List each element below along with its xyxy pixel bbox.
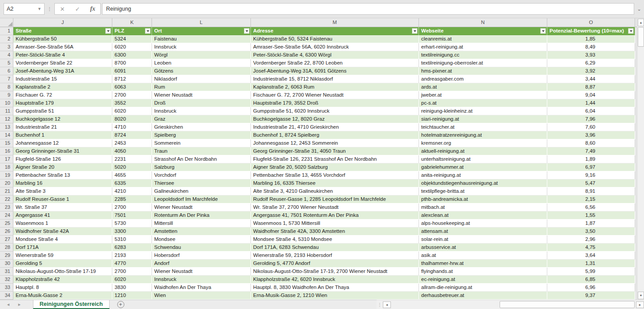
cell-M25[interactable]: Wasenmoos 1, 5730 Mittersill bbox=[251, 220, 419, 228]
cell-O23[interactable]: 6,56 bbox=[547, 203, 635, 211]
row-header-26[interactable]: 26 bbox=[0, 228, 13, 236]
cell-M13[interactable]: Industriestraße 21, 4710 Grieskirchen bbox=[251, 123, 419, 131]
cell-O31[interactable]: 5,99 bbox=[547, 268, 635, 276]
cell-J26[interactable]: Waidhofner Straße 42A bbox=[13, 228, 112, 236]
cell-L13[interactable]: Grieskirchen bbox=[152, 123, 251, 131]
row-header-21[interactable]: 21 bbox=[0, 187, 13, 195]
cell-M2[interactable]: Kühbergstraße 50, 5324 Faistenau bbox=[251, 35, 419, 43]
row-header-8[interactable]: 8 bbox=[0, 83, 13, 91]
cell-N24[interactable]: alexclean.at bbox=[419, 211, 547, 220]
cell-L4[interactable]: Wörgl bbox=[152, 51, 251, 59]
cell-N2[interactable]: cleanremis.at bbox=[419, 35, 547, 43]
column-header-M[interactable]: M bbox=[251, 18, 419, 27]
row-header-24[interactable]: 24 bbox=[0, 211, 13, 220]
cell-K5[interactable]: 8700 bbox=[112, 59, 152, 67]
cell-L25[interactable]: Mittersill bbox=[152, 220, 251, 228]
cell-O14[interactable]: 3,96 bbox=[547, 131, 635, 139]
scroll-up-icon[interactable]: ▲ bbox=[638, 19, 644, 26]
row-header-25[interactable]: 25 bbox=[0, 220, 13, 228]
cell-L29[interactable]: Hobersdorf bbox=[152, 252, 251, 260]
cell-K15[interactable]: 2453 bbox=[112, 139, 152, 147]
cell-O34[interactable]: 9,37 bbox=[547, 292, 635, 300]
cell-N13[interactable]: teichtaucher.at bbox=[419, 123, 547, 131]
row-header-16[interactable]: 16 bbox=[0, 147, 13, 155]
cell-N4[interactable]: textilreinigung.cc bbox=[419, 51, 547, 59]
cell-N5[interactable]: textilreinigung-oberrosler.at bbox=[419, 59, 547, 67]
row-header-18[interactable]: 18 bbox=[0, 163, 13, 171]
cell-O3[interactable]: 8,49 bbox=[547, 43, 635, 51]
cell-O29[interactable]: 3,64 bbox=[547, 252, 635, 260]
cell-N28[interactable]: arbusservice.at bbox=[419, 244, 547, 252]
cell-L3[interactable]: Innsbruck bbox=[152, 43, 251, 51]
cell-N32[interactable]: ec-reinigung.at bbox=[419, 276, 547, 284]
filter-button-strasse[interactable] bbox=[105, 28, 111, 34]
cell-L24[interactable]: Rotenturm An Der Pinka bbox=[152, 211, 251, 220]
cell-J2[interactable]: Kühbergstraße 50 bbox=[13, 35, 112, 43]
cell-K28[interactable]: 6283 bbox=[112, 244, 152, 252]
cell-J18[interactable]: Aigner Straße 20 bbox=[13, 163, 112, 171]
cell-L31[interactable]: Wiener Neustadt bbox=[152, 268, 251, 276]
row-header-22[interactable]: 22 bbox=[0, 195, 13, 203]
cell-N30[interactable]: thalhammer-hrw.at bbox=[419, 260, 547, 268]
cell-L28[interactable]: Schwendau bbox=[152, 244, 251, 252]
cell-N34[interactable]: derhausbetreuer.at bbox=[419, 292, 547, 300]
cell-O18[interactable]: 6,97 bbox=[547, 163, 635, 171]
cell-K12[interactable]: 8020 bbox=[112, 115, 152, 123]
cell-N27[interactable]: solar-rein.at bbox=[419, 236, 547, 244]
cell-N33[interactable]: allram-die-reinigung.at bbox=[419, 284, 547, 292]
cell-J33[interactable]: Hauptpl. 8 bbox=[13, 284, 112, 292]
cell-N21[interactable]: textilpflege-britta.at bbox=[419, 187, 547, 195]
cell-M34[interactable]: Erna-Musik-Gasse 2, 1210 Wien bbox=[251, 292, 419, 300]
cell-K23[interactable]: 2700 bbox=[112, 203, 152, 211]
cell-L32[interactable]: Innsbruck bbox=[152, 276, 251, 284]
filter-button-webseite[interactable] bbox=[540, 28, 546, 34]
cell-J16[interactable]: Georg Grinninger-Straße 31 bbox=[13, 147, 112, 155]
cell-O13[interactable]: 7,60 bbox=[547, 123, 635, 131]
table-header-adresse[interactable]: Adresse bbox=[251, 27, 419, 35]
cell-L21[interactable]: Gallneukirchen bbox=[152, 187, 251, 195]
cell-N16[interactable]: aktuell-reinigung.at bbox=[419, 147, 547, 155]
cell-L34[interactable]: Wien bbox=[152, 292, 251, 300]
row-header-1[interactable]: 1 bbox=[0, 27, 13, 35]
cell-O12[interactable]: 7,96 bbox=[547, 115, 635, 123]
cell-L11[interactable]: Innsbruck bbox=[152, 107, 251, 115]
filter-button-adresse[interactable] bbox=[412, 28, 418, 34]
cell-K7[interactable]: 8712 bbox=[112, 75, 152, 83]
cell-J31[interactable]: Nikolaus-August-Otto-Straße 17-19 bbox=[13, 268, 112, 276]
row-header-9[interactable]: 9 bbox=[0, 91, 13, 99]
cell-M22[interactable]: Rudolf Reuser-Gasse 1, 2285 Leopoldsdorf… bbox=[251, 195, 419, 203]
cell-N12[interactable]: siari-reinigung.at bbox=[419, 115, 547, 123]
filter-button-potenzial-bewertung[interactable] bbox=[628, 28, 634, 34]
cell-M15[interactable]: Johannesgasse 12, 2453 Sommerein bbox=[251, 139, 419, 147]
cell-M24[interactable]: Angergasse 41, 7501 Rotenturm An Der Pin… bbox=[251, 211, 419, 220]
column-header-N[interactable]: N bbox=[419, 18, 547, 27]
cell-J3[interactable]: Amraser-See-Straße 56A bbox=[13, 43, 112, 51]
cell-M3[interactable]: Amraser-See-Straße 56A, 6020 Innsbruck bbox=[251, 43, 419, 51]
cell-O30[interactable]: 1,31 bbox=[547, 260, 635, 268]
cell-O5[interactable]: 6,29 bbox=[547, 59, 635, 67]
row-header-11[interactable]: 11 bbox=[0, 107, 13, 115]
horizontal-scrollbar-thumb[interactable] bbox=[500, 301, 635, 308]
cell-M7[interactable]: Industriestraße 15, 8712 Niklasdorf bbox=[251, 75, 419, 83]
row-header-4[interactable]: 4 bbox=[0, 51, 13, 59]
cell-O9[interactable]: 9,04 bbox=[547, 91, 635, 99]
cell-M27[interactable]: Mondsee Straße 4, 5310 Mondsee bbox=[251, 236, 419, 244]
cell-K19[interactable]: 4655 bbox=[112, 171, 152, 179]
cell-N14[interactable]: hotelmatratzenreinigung.at bbox=[419, 131, 547, 139]
row-header-7[interactable]: 7 bbox=[0, 75, 13, 83]
cell-N23[interactable]: mitbach.at bbox=[419, 203, 547, 211]
cell-K8[interactable]: 6063 bbox=[112, 83, 152, 91]
cell-J6[interactable]: Josef-Abentung-Weg 31A bbox=[13, 67, 112, 75]
cell-O4[interactable]: 3,93 bbox=[547, 51, 635, 59]
cell-M23[interactable]: Wr. Straße 37, 2700 Wiener Neustadt bbox=[251, 203, 419, 211]
cell-N31[interactable]: flyinghands.at bbox=[419, 268, 547, 276]
cell-M12[interactable]: Buchkogelgasse 12, 8020 Graz bbox=[251, 115, 419, 123]
row-header-12[interactable]: 12 bbox=[0, 115, 13, 123]
cell-K17[interactable]: 2231 bbox=[112, 155, 152, 163]
cell-L7[interactable]: Niklasdorf bbox=[152, 75, 251, 83]
cell-L30[interactable]: Andorf bbox=[152, 260, 251, 268]
row-header-20[interactable]: 20 bbox=[0, 179, 13, 187]
cell-K18[interactable]: 5020 bbox=[112, 163, 152, 171]
cell-J7[interactable]: Industriestraße 15 bbox=[13, 75, 112, 83]
cell-J12[interactable]: Buchkogelgasse 12 bbox=[13, 115, 112, 123]
